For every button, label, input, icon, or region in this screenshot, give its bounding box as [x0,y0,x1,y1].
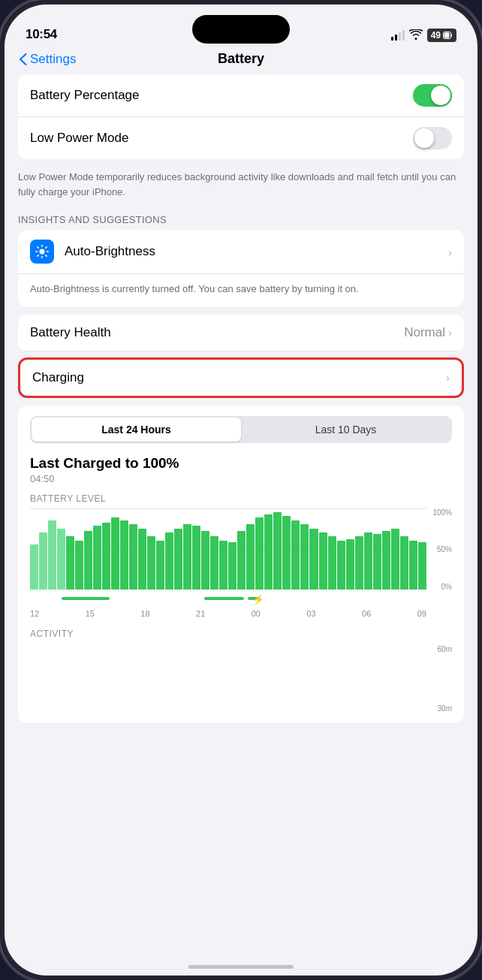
x-label-06: 06 [362,609,371,618]
time-btn-10d[interactable]: Last 10 Days [241,418,450,442]
charge-segment-2 [204,597,244,600]
battery-bar [255,517,264,589]
x-label-12: 12 [30,609,39,618]
battery-health-text: Normal [404,325,445,340]
charging-label: Charging [32,370,84,385]
x-label-00: 00 [252,609,261,618]
charging-chevron: › [446,371,450,384]
signal-bar-2 [395,35,397,41]
battery-bar [246,524,255,589]
wifi-icon [409,29,423,42]
battery-health-value: Normal › [404,325,452,340]
insights-header: INSIGHTS AND SUGGESTIONS [18,207,464,230]
auto-brightness-icon [30,240,54,264]
battery-bar [39,532,47,590]
low-power-mode-row[interactable]: Low Power Mode [18,117,464,159]
battery-health-row[interactable]: Battery Health Normal › [18,315,464,351]
home-indicator-area [5,955,477,975]
battery-bar [93,526,101,589]
x-label-18: 18 [140,609,149,618]
page-title: Battery [218,51,264,67]
x-label-09: 09 [417,609,426,618]
charging-row[interactable]: Charging › [18,357,464,398]
battery-toggles-card: Battery Percentage Low Power Mode [18,74,464,159]
svg-line-8 [46,255,47,256]
signal-bar-1 [391,37,393,41]
battery-bar [273,512,282,590]
auto-brightness-chevron: › [448,246,452,258]
activity-bars [30,645,426,696]
act-y-30m: 30m [438,704,452,713]
battery-level-text: 49 [431,30,441,41]
auto-brightness-row[interactable]: Auto-Brightness › [18,230,464,274]
main-content: Battery Percentage Low Power Mode Low Po… [5,74,477,955]
battery-level-chart: 100% 50% 0% ⚡ [30,508,452,606]
battery-bar [309,529,318,590]
battery-bar [201,531,209,590]
bolt-icon: ⚡ [252,594,264,605]
battery-bar [219,541,227,590]
x-labels: 12 15 18 21 00 03 06 09 [30,609,426,618]
battery-bar [337,541,345,590]
battery-bar [319,532,327,590]
battery-bar [66,536,74,589]
low-power-mode-label: Low Power Mode [30,131,128,146]
charge-segment-1 [62,597,109,600]
phone-frame: 10:54 49 [0,0,482,980]
battery-bar [57,529,65,590]
battery-percentage-label: Battery Percentage [30,88,140,103]
battery-bar [120,520,128,590]
signal-bars [391,30,405,41]
battery-bar [165,532,173,590]
battery-bar [373,534,381,589]
battery-bar [237,531,246,590]
low-power-mode-toggle[interactable] [413,127,452,149]
battery-bar [129,524,137,589]
auto-brightness-card: Auto-Brightness › Auto-Brightness is cur… [18,230,464,307]
stats-card: Last 24 Hours Last 10 Days Last Charged … [18,406,464,723]
time-btn-24h[interactable]: Last 24 Hours [32,418,241,442]
battery-bar [291,520,300,590]
home-indicator [188,965,294,969]
battery-bar [30,544,38,589]
back-label: Settings [30,52,76,67]
battery-bar [84,531,92,590]
x-label-03: 03 [306,609,315,618]
battery-bar [48,520,56,590]
battery-bar [183,524,191,589]
battery-bar [400,536,408,589]
battery-level-label: BATTERY LEVEL [30,493,452,504]
y-label-0: 0% [441,583,452,591]
y-label-50: 50% [437,545,452,553]
svg-rect-1 [444,33,450,38]
charging-indicators: ⚡ [30,591,426,606]
x-label-21: 21 [196,609,205,618]
battery-bar [75,541,83,590]
battery-bar [391,529,399,590]
battery-bar [264,514,273,589]
battery-percentage-row[interactable]: Battery Percentage [18,74,464,117]
battery-percentage-toggle[interactable] [413,84,452,107]
battery-bar [210,536,218,589]
battery-health-label: Battery Health [30,325,111,340]
toggle-knob [431,86,450,105]
battery-bar [138,529,146,590]
svg-line-9 [46,247,47,248]
battery-bar [192,526,200,589]
battery-bars [30,508,426,590]
svg-line-7 [38,247,38,248]
low-power-description: Low Power Mode temporarily reduces backg… [18,167,464,207]
battery-bar [382,531,390,590]
back-button[interactable]: Settings [20,52,76,67]
x-label-15: 15 [86,609,95,618]
signal-bar-3 [399,32,401,41]
act-y-60m: 60m [438,645,452,653]
toggle-knob-2 [414,128,434,148]
phone-screen: 10:54 49 [5,5,477,975]
svg-point-2 [40,249,45,255]
status-icons: 49 [391,29,456,42]
dynamic-island [192,15,290,44]
y-label-100: 100% [432,508,452,517]
battery-bar [300,524,309,589]
battery-indicator: 49 [427,29,456,42]
